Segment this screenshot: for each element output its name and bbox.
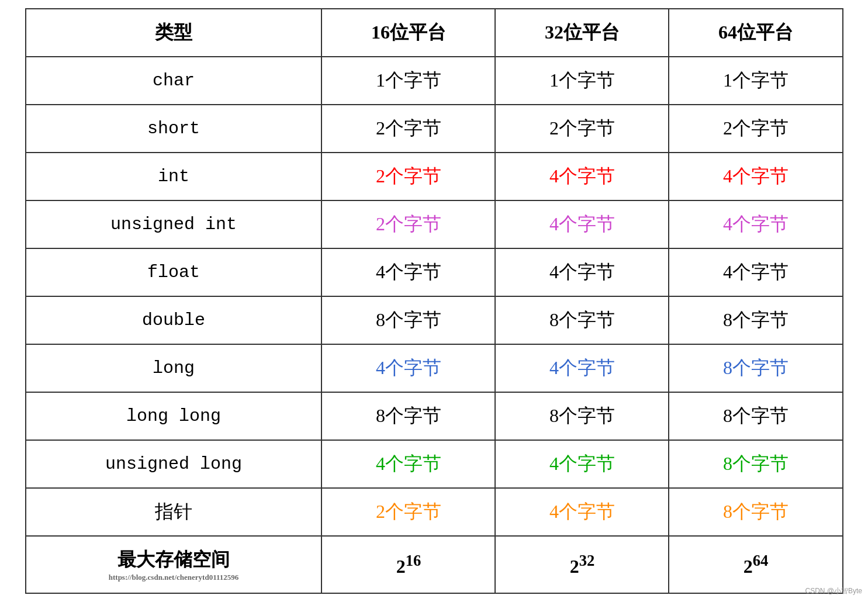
header-row: 类型 16位平台 32位平台 64位平台 [26, 9, 843, 57]
cell-32bit: 4个字节 [495, 440, 669, 488]
table-row: 指针2个字节4个字节8个字节 [26, 488, 843, 536]
cell-16bit: 4个字节 [321, 344, 495, 392]
cell-64bit: 8个字节 [669, 440, 842, 488]
cell-32bit: 4个字节 [495, 153, 669, 200]
cell-32bit: 4个字节 [495, 200, 669, 248]
cell-type: int [26, 153, 322, 200]
cell-16bit: 8个字节 [321, 296, 495, 344]
cell-16bit: 4个字节 [321, 440, 495, 488]
cell-64bit: 4个字节 [669, 200, 842, 248]
table-row: int2个字节4个字节4个字节 [26, 153, 843, 200]
table-row: float4个字节4个字节4个字节 [26, 248, 843, 296]
cell-32bit: 4个字节 [495, 488, 669, 536]
main-container: 类型 16位平台 32位平台 64位平台 char1个字节1个字节1个字节sho… [0, 0, 868, 602]
col-header-64: 64位平台 [669, 9, 842, 57]
cell-16bit: 8个字节 [321, 392, 495, 440]
cell-64bit: 264 [669, 536, 842, 593]
cell-type: long long [26, 392, 322, 440]
cell-32bit: 1个字节 [495, 57, 669, 105]
cell-16bit: 2个字节 [321, 200, 495, 248]
col-header-type: 类型 [26, 9, 322, 57]
cell-64bit: 4个字节 [669, 153, 842, 200]
cell-64bit: 1个字节 [669, 57, 842, 105]
cell-16bit: 1个字节 [321, 57, 495, 105]
col-header-32: 32位平台 [495, 9, 669, 57]
cell-type: double [26, 296, 322, 344]
cell-64bit: 4个字节 [669, 248, 842, 296]
table-row: long4个字节4个字节8个字节 [26, 344, 843, 392]
cell-32bit: 8个字节 [495, 296, 669, 344]
col-header-16: 16位平台 [321, 9, 495, 57]
cell-32bit: 4个字节 [495, 344, 669, 392]
table-row: 最大存储空间https://blog.csdn.net/chenerytd011… [26, 536, 843, 593]
cell-32bit: 8个字节 [495, 392, 669, 440]
cell-type: long [26, 344, 322, 392]
cell-16bit: 2个字节 [321, 488, 495, 536]
watermark-label: CSDN @小智Byte [805, 586, 862, 596]
cell-32bit: 2个字节 [495, 105, 669, 153]
table-row: short2个字节2个字节2个字节 [26, 105, 843, 153]
cell-64bit: 8个字节 [669, 344, 842, 392]
cell-32bit: 232 [495, 536, 669, 593]
data-table: 类型 16位平台 32位平台 64位平台 char1个字节1个字节1个字节sho… [25, 8, 843, 594]
cell-type: unsigned long [26, 440, 322, 488]
cell-16bit: 2个字节 [321, 153, 495, 200]
cell-64bit: 8个字节 [669, 392, 842, 440]
cell-16bit: 216 [321, 536, 495, 593]
cell-type: 指针 [26, 488, 322, 536]
cell-64bit: 2个字节 [669, 105, 842, 153]
table-row: unsigned long4个字节4个字节8个字节 [26, 440, 843, 488]
cell-type: char [26, 57, 322, 105]
table-row: char1个字节1个字节1个字节 [26, 57, 843, 105]
cell-type: short [26, 105, 322, 153]
table-row: long long8个字节8个字节8个字节 [26, 392, 843, 440]
table-row: double8个字节8个字节8个字节 [26, 296, 843, 344]
cell-16bit: 2个字节 [321, 105, 495, 153]
cell-64bit: 8个字节 [669, 296, 842, 344]
cell-type: 最大存储空间https://blog.csdn.net/chenerytd011… [26, 536, 322, 593]
cell-type: float [26, 248, 322, 296]
cell-16bit: 4个字节 [321, 248, 495, 296]
cell-64bit: 8个字节 [669, 488, 842, 536]
table-row: unsigned int2个字节4个字节4个字节 [26, 200, 843, 248]
cell-32bit: 4个字节 [495, 248, 669, 296]
cell-type: unsigned int [26, 200, 322, 248]
